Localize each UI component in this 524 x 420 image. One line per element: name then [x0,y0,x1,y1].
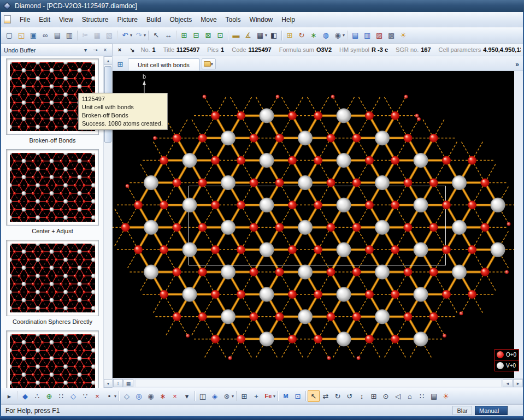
toggle-axes-icon[interactable]: + [250,390,262,402]
picture-folder-button[interactable]: ▾ [202,58,216,69]
new-picture-icon[interactable]: ⊞ [284,29,296,42]
coordination-spheres-icon[interactable]: ∗ [157,390,169,402]
move-tool-icon[interactable]: ↕ [356,390,368,402]
menu-move[interactable]: Move [196,14,221,26]
cut-icon[interactable]: ✂ [79,29,91,42]
text-labels-icon[interactable]: ▩ [385,29,397,42]
print-preview-icon[interactable]: ▥ [63,29,75,42]
undo-icon[interactable]: ↶ [119,29,131,42]
menu-objects[interactable]: Objects [166,14,197,26]
data-grid-dropdown-icon[interactable]: ▾ [265,33,267,38]
broken-bonds-icon[interactable]: × [169,390,181,402]
status-pane-manual[interactable]: Manual [475,406,508,415]
destroy-atoms-icon[interactable]: × [91,390,103,402]
menu-picture[interactable]: Picture [113,14,142,26]
menu-structure[interactable]: Structure [78,14,113,26]
molecule-build-icon[interactable]: ∵ [79,390,91,402]
pin-icon[interactable]: ⊸ [91,46,99,54]
auto-picture-icon[interactable]: ∗ [308,29,320,42]
toggle-cell-edges-icon[interactable]: ⊞ [238,390,250,402]
panel-menu-button[interactable]: ▾ [81,46,90,54]
update-picture-icon[interactable]: ↻ [296,29,308,42]
build-options-icon[interactable]: • [103,390,115,402]
layout-split-icon[interactable]: ▥ [361,29,373,42]
data-grid-icon[interactable]: ▦ [254,29,266,42]
structure-viewport[interactable] [113,71,514,378]
pan-mode-icon[interactable]: ↔ [162,29,174,42]
structure-canvas[interactable] [113,71,514,378]
atom-parameters-icon[interactable]: ⊠ [202,29,214,42]
bond-parameters-icon[interactable]: ⊡ [214,29,226,42]
tab-overflow-button[interactable]: » [515,61,521,70]
add-atom-icon[interactable]: ◆ [19,390,31,402]
distances-table-icon[interactable]: ▬ [230,29,242,42]
fill-atoms-icon[interactable]: ∴ [31,390,43,402]
diagram-icon[interactable]: ▨ [373,29,385,42]
measure-icon[interactable]: ⊗ [221,390,233,402]
previous-view-icon[interactable]: ◁ [392,390,404,402]
scrollbar-track[interactable] [135,379,502,387]
build-options-dropdown-icon[interactable]: ▾ [114,394,116,399]
cut-plane-icon[interactable]: ◫ [197,390,209,402]
undo-dropdown-icon[interactable]: ▾ [130,33,132,38]
angles-table-icon[interactable]: ∡ [242,29,254,42]
save-icon[interactable]: ▣ [27,29,39,42]
legend-item-oxygen[interactable]: O+0 [494,349,519,360]
polyhedra-icon[interactable]: ◈ [209,390,221,402]
rotate-tool-icon[interactable]: ↺ [344,390,356,402]
record-expand-icon[interactable]: ↘ [128,46,136,54]
connect-atoms-icon[interactable]: ◇ [67,390,79,402]
copy-icon[interactable]: ▦ [91,29,103,42]
scroll-right-icon[interactable]: ▸ [513,379,523,387]
copy-picture-icon[interactable]: ◉ [332,29,344,42]
measure-dropdown-icon[interactable]: ▾ [232,394,234,399]
render-options-icon[interactable]: ☀ [440,390,452,402]
paste-icon[interactable]: ▧ [103,29,115,42]
new-document-icon[interactable]: ▢ [3,29,15,42]
status-pane-mode[interactable]: Blar [452,406,472,415]
filter-element-fe-dropdown-icon[interactable]: ▾ [273,394,275,399]
scroll-up-icon[interactable]: ▲ [104,56,113,65]
open-file-icon[interactable]: ◱ [15,29,27,42]
packing-icon[interactable]: ◉ [145,390,157,402]
viewport-grid-icon[interactable]: ▦ [123,379,133,387]
copy-picture-dropdown-icon[interactable]: ▾ [343,33,345,38]
scroll-left-icon[interactable]: ◂ [503,379,513,387]
data-sheet-icon[interactable]: ⊟ [190,29,202,42]
layers-view-icon[interactable]: ▤ [428,390,440,402]
menu-help[interactable]: Help [277,14,299,26]
edit-pointer-icon[interactable]: ▸ [3,390,15,402]
reset-view-icon[interactable]: ⌂ [404,390,416,402]
filter-element-fe-icon[interactable]: Fe [262,390,274,402]
picture-view-icon[interactable]: ◧ [268,29,280,42]
pan-view-icon[interactable]: ↕ [113,379,123,387]
print-icon[interactable]: ▤ [51,29,63,42]
panel-close-button[interactable]: × [101,46,109,54]
ring-search-icon[interactable]: ◎ [133,390,145,402]
menu-window[interactable]: Window [245,14,278,26]
broken-bonds-options-icon[interactable]: ▾ [181,390,193,402]
menu-build[interactable]: Build [142,14,166,26]
rotate-z-tool-icon[interactable]: ↻ [332,390,344,402]
record-close-icon[interactable]: × [116,46,123,53]
unit-cell-build-icon[interactable]: ◇ [121,390,133,402]
pointer-mode-icon[interactable]: ↖ [150,29,162,42]
split-viewports-icon[interactable]: ⊞ [368,390,380,402]
undo-item-3[interactable] [6,330,99,388]
tab-unit-cell-with-bonds[interactable]: Unit cell with bonds [128,58,199,70]
undo-item-1[interactable]: Center + Adjust [6,149,99,234]
translate-tool-icon[interactable]: ⇄ [320,390,332,402]
preferences-icon[interactable]: ☀ [397,29,409,42]
tab-grid-icon[interactable]: ⊞ [115,58,126,69]
zoom-tool-icon[interactable]: ⊙ [380,390,392,402]
legend-item-vanadium[interactable]: V+0 [494,360,519,371]
web-export-icon[interactable]: ◍ [320,29,332,42]
menu-edit[interactable]: Edit [34,14,55,26]
undo-item-2[interactable]: Coordination Spheres Directly [6,240,99,325]
find-icon[interactable]: ∞ [39,29,51,42]
menu-tools[interactable]: Tools [221,14,245,26]
scroll-down-icon[interactable]: ▼ [104,379,113,388]
menu-view[interactable]: View [55,14,78,26]
menu-file[interactable]: File [15,14,34,26]
select-tool-icon[interactable]: ↖ [308,390,320,402]
